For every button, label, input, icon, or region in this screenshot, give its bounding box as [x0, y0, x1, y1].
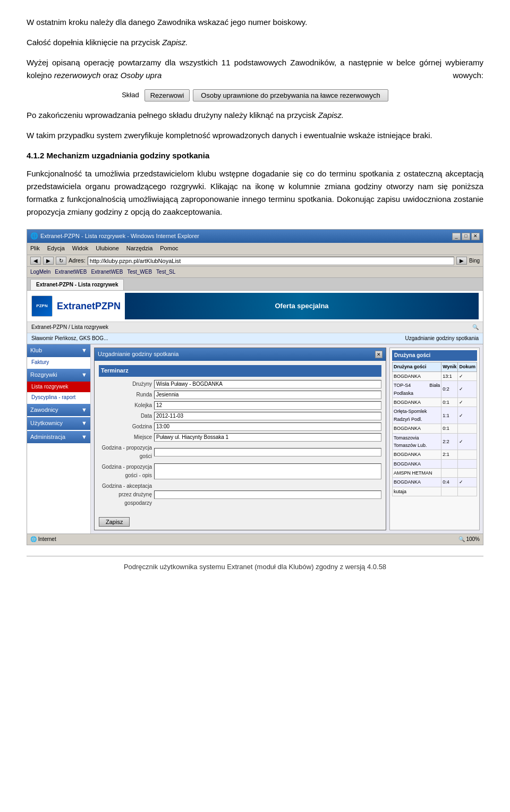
sidebar-item-lista[interactable]: Lista rozgrywek: [27, 382, 90, 392]
cell-team: BOGDANKA: [393, 478, 441, 487]
fav-extranetweb2[interactable]: ExtranetWEB: [91, 268, 123, 276]
menu-plik[interactable]: Plik: [30, 244, 40, 253]
ie-title-left: 🌐 Extranet-PZPN - Lista rozgrywek - Wind…: [30, 231, 199, 241]
table-row: BOGDANKA 0:4 ✓: [393, 478, 477, 487]
cell-doc: ✓: [458, 433, 477, 450]
table-row: BOGDANKA: [393, 459, 477, 468]
tab-main[interactable]: Extranet-PZPN - Lista rozgrywek: [30, 279, 124, 290]
form-row-druzyny: Drużyny: [99, 380, 381, 388]
para3-italic2: Osoby upra: [121, 71, 162, 80]
para3-italic1: rezerwowych: [54, 71, 101, 80]
input-akceptacja[interactable]: [154, 490, 381, 499]
cell-team: kutaja: [393, 487, 441, 496]
menu-pomoc[interactable]: Pomoc: [160, 244, 178, 253]
dialog-save-button[interactable]: Zapisz: [99, 517, 130, 527]
breadcrumb-text: Extranet-PZPN / Lista rozgrywek: [31, 323, 108, 332]
addr-label: Adres:: [69, 256, 86, 266]
app-header: PZPN ExtranetPZPN Oferta specjalna: [27, 291, 483, 322]
fav-extranetweb1[interactable]: ExtranetWEB: [55, 268, 87, 276]
input-propozycja[interactable]: [154, 448, 381, 456]
sidebar-header-uzytkownicy[interactable]: Użytkownicy ▼: [27, 417, 90, 430]
rezerwowi-button[interactable]: Rezerwowi: [144, 89, 190, 102]
zoom-text: 🔍 100%: [458, 535, 480, 544]
sidebar-item-faktury[interactable]: Faktury: [27, 357, 90, 368]
sidebar-header-rozgrywki[interactable]: Rozgrywki ▼: [27, 369, 90, 382]
menu-narzedzia[interactable]: Narzędzia: [126, 244, 153, 253]
input-data[interactable]: [154, 412, 381, 420]
input-miejsce[interactable]: [154, 433, 381, 442]
cell-team: Orłęta-Spomlek Radzyń Podl.: [393, 407, 441, 424]
sidebar: Klub ▼ Faktury Rozgrywki ▼ Lista rozgryw…: [27, 344, 91, 533]
table-row: Orłęta-Spomlek Radzyń Podl. 1:1 ✓: [393, 407, 477, 424]
cell-team: AMSPN HETMAN: [393, 469, 441, 478]
table-row: BOGDANKA 0:1: [393, 424, 477, 433]
cell-score: [441, 487, 458, 496]
table-row: BOGDANKA 2:1: [393, 450, 477, 459]
osoby-button[interactable]: Osoby uprawnione do przebywania na ławce…: [193, 89, 388, 102]
para2-italic: Zapisz.: [162, 38, 188, 47]
sidebar-section-uzytkownicy: Użytkownicy ▼: [27, 417, 90, 430]
sidebar-section-administracja: Administracja ▼: [27, 431, 90, 444]
screenshot-container: 🌐 Extranet-PZPN - Lista rozgrywek - Wind…: [27, 229, 483, 545]
back-button[interactable]: ◀: [30, 257, 41, 265]
section-title: Mechanizm uzgadniania godziny spotkania: [47, 151, 210, 160]
cell-score: 0:1: [441, 424, 458, 433]
para4-text: Po zakończeniu wprowadzania pełnego skła…: [27, 111, 318, 120]
sidebar-header-klub[interactable]: Klub ▼: [27, 344, 90, 357]
para6-text: Funkcjonalność ta umożliwia przedstawici…: [27, 169, 483, 216]
match-table: Drużyna gości Wynik Dokum BOGDANKA 13:1 …: [392, 362, 477, 496]
para3-middle: oraz: [100, 71, 121, 80]
go-button[interactable]: ▶: [456, 257, 467, 265]
app-title: ExtranetPZPN: [57, 299, 121, 314]
footer-text: Podręcznik użytkownika systemu Extranet …: [124, 563, 386, 571]
maximize-button[interactable]: □: [462, 233, 470, 240]
close-button[interactable]: ✕: [471, 233, 480, 240]
label-propozycja: Godzina - propozycja gości: [99, 444, 152, 461]
ie-icon: 🌐: [30, 231, 38, 241]
cell-team: BOGDANKA: [393, 459, 441, 468]
cell-score: [441, 459, 458, 468]
dialog-close-button[interactable]: ✕: [375, 351, 382, 358]
minimize-button[interactable]: _: [452, 233, 461, 240]
input-godzina[interactable]: [154, 422, 381, 431]
cell-doc: ✓: [458, 407, 477, 424]
cell-score: 2:2: [441, 433, 458, 450]
sidebar-item-dyscyplina[interactable]: Dyscyplina - raport: [27, 392, 90, 403]
fav-testweb[interactable]: Test_WEB: [127, 268, 152, 276]
app-main: Klub ▼ Faktury Rozgrywki ▼ Lista rozgryw…: [27, 344, 483, 533]
forward-button[interactable]: ▶: [43, 257, 54, 265]
cell-doc: [458, 450, 477, 459]
footer: Podręcznik użytkownika systemu Extranet …: [27, 556, 483, 573]
form-row-data: Data: [99, 412, 381, 420]
paragraph-5: W takim przypadku system zweryfikuje kom…: [27, 129, 483, 142]
ie-status-bar: 🌐 Internet 🔍 100%: [27, 534, 483, 545]
match-panel-header: Drużyna gości: [392, 350, 477, 361]
address-input[interactable]: [88, 257, 454, 265]
col-score: Wynik: [441, 362, 458, 371]
menu-widok[interactable]: Widok: [72, 244, 89, 253]
input-kolejka[interactable]: [154, 401, 381, 410]
dialog-box: Uzgadnianie godziny spotkania ✕ Terminar…: [94, 348, 386, 530]
menu-edycja[interactable]: Edycja: [47, 244, 65, 253]
sidebar-header-zawodnicy[interactable]: Zawodnicy ▼: [27, 404, 90, 417]
form-row-kolejka: Kolejka: [99, 401, 381, 410]
input-runda[interactable]: [154, 391, 381, 399]
input-druzyny[interactable]: [154, 380, 381, 388]
sidebar-header-administracja[interactable]: Administracja ▼: [27, 431, 90, 444]
banner-text: Oferta specjalna: [275, 301, 328, 312]
label-druzyny: Drużyny: [99, 380, 152, 388]
col-team: Drużyna gości: [393, 362, 441, 371]
paragraph-1: W ostatnim kroku należy dla danego Zawod…: [27, 16, 483, 29]
fav-logmeln[interactable]: LogMeln: [30, 268, 50, 276]
app-breadcrumb: Extranet-PZPN / Lista rozgrywek 🔍: [27, 322, 483, 333]
para3-right: wowych:: [453, 69, 483, 82]
paragraph-3: Wyżej opisaną operację powtarzamy dla ws…: [27, 56, 483, 82]
cell-team: BOGDANKA: [393, 371, 441, 380]
refresh-button[interactable]: ↻: [56, 257, 66, 265]
menu-ulubione[interactable]: Ulubione: [96, 244, 118, 253]
app-logo: PZPN: [31, 295, 53, 317]
dialog-content: Terminarz Drużyny Runda Kol: [95, 361, 386, 514]
user-bar: Sławomir Pieńkosz, GKS BOG... Uzgadniani…: [27, 333, 483, 344]
input-propozycja-opis[interactable]: [154, 463, 381, 479]
fav-testsl[interactable]: Test_SL: [156, 268, 175, 276]
